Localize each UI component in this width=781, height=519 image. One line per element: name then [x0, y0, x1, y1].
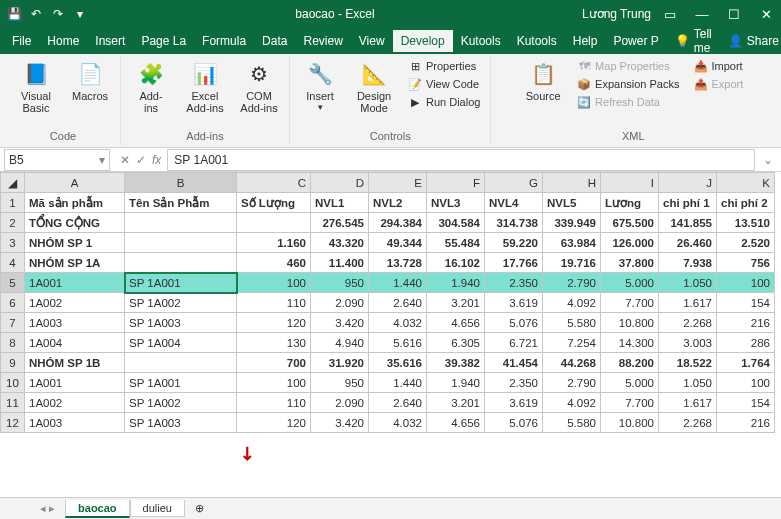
cell[interactable]: 294.384 [369, 213, 427, 233]
cell[interactable]: NHÓM SP 1A [25, 253, 125, 273]
cell[interactable]: 3.201 [427, 393, 485, 413]
cell[interactable]: 675.500 [601, 213, 659, 233]
cell[interactable]: 1.050 [659, 273, 717, 293]
cell[interactable]: 17.766 [485, 253, 543, 273]
cell[interactable]: 1A004 [25, 333, 125, 353]
row-header[interactable]: 8 [1, 333, 25, 353]
com-addins-button[interactable]: ⚙COM Add-ins [235, 58, 283, 116]
cell[interactable]: 110 [237, 393, 311, 413]
cell[interactable]: 141.855 [659, 213, 717, 233]
tell-me[interactable]: 💡Tell me [667, 23, 720, 59]
cell[interactable]: 1A002 [25, 293, 125, 313]
cell[interactable]: 2.520 [717, 233, 775, 253]
visual-basic-button[interactable]: 📘Visual Basic [12, 58, 60, 116]
cell[interactable]: 4.940 [311, 333, 369, 353]
maximize-icon[interactable]: ☐ [725, 7, 743, 22]
cell[interactable]: 5.000 [601, 373, 659, 393]
enter-icon[interactable]: ✓ [136, 153, 146, 167]
cell[interactable]: 4.656 [427, 413, 485, 433]
cell[interactable]: 154 [717, 293, 775, 313]
ribbon-options-icon[interactable]: ▭ [661, 7, 679, 22]
cell[interactable]: 14.300 [601, 333, 659, 353]
cell[interactable]: 26.460 [659, 233, 717, 253]
cell[interactable]: 39.382 [427, 353, 485, 373]
sheet-tab-active[interactable]: baocao [65, 500, 130, 518]
cell[interactable]: 3.420 [311, 413, 369, 433]
cell[interactable]: SP 1A003 [125, 413, 237, 433]
cell[interactable]: SP 1A001 [125, 373, 237, 393]
col-header[interactable]: H [543, 173, 601, 193]
expansion-packs-button[interactable]: 📦Expansion Packs [573, 76, 683, 92]
cell[interactable]: 6.305 [427, 333, 485, 353]
cell[interactable]: 216 [717, 313, 775, 333]
cell[interactable]: chi phí 2 [717, 193, 775, 213]
close-icon[interactable]: ✕ [757, 7, 775, 22]
cell[interactable]: 10.800 [601, 313, 659, 333]
cell[interactable]: Lương [601, 193, 659, 213]
redo-icon[interactable]: ↷ [50, 6, 66, 22]
cell[interactable]: 110 [237, 293, 311, 313]
expand-formula-icon[interactable]: ⌄ [755, 153, 781, 167]
cell[interactable]: 2.090 [311, 293, 369, 313]
cell[interactable]: 1.050 [659, 373, 717, 393]
cell[interactable]: 950 [311, 273, 369, 293]
col-header[interactable]: F [427, 173, 485, 193]
tab-insert[interactable]: Insert [87, 30, 133, 52]
cell[interactable]: 10.800 [601, 413, 659, 433]
tab-powerp[interactable]: Power P [605, 30, 666, 52]
cell[interactable]: 2.268 [659, 413, 717, 433]
cell[interactable]: 5.616 [369, 333, 427, 353]
import-button[interactable]: 📥Import [690, 58, 748, 74]
properties-button[interactable]: ⊞Properties [404, 58, 484, 74]
formula-input[interactable]: SP 1A001 [167, 149, 755, 171]
cell[interactable]: 120 [237, 413, 311, 433]
cell[interactable]: 1.940 [427, 373, 485, 393]
col-header[interactable]: B [125, 173, 237, 193]
cell[interactable]: 4.092 [543, 293, 601, 313]
cell[interactable]: 3.619 [485, 293, 543, 313]
cell[interactable]: 1.440 [369, 373, 427, 393]
cell[interactable]: 3.420 [311, 313, 369, 333]
cell[interactable]: NVL5 [543, 193, 601, 213]
col-header[interactable]: A [25, 173, 125, 193]
cell[interactable]: 2.790 [543, 273, 601, 293]
cell[interactable]: 100 [237, 273, 311, 293]
cell[interactable]: 1.764 [717, 353, 775, 373]
share-button[interactable]: 👤Share [720, 30, 781, 52]
user-name[interactable]: Lương Trung [582, 7, 651, 21]
design-mode-button[interactable]: 📐Design Mode [350, 58, 398, 116]
cell[interactable]: Tên Sản Phẫm [125, 193, 237, 213]
cell[interactable]: 5.076 [485, 413, 543, 433]
cell[interactable]: 2.640 [369, 393, 427, 413]
row-header[interactable]: 12 [1, 413, 25, 433]
cell[interactable]: SP 1A003 [125, 313, 237, 333]
cell[interactable]: NVL2 [369, 193, 427, 213]
tab-help[interactable]: Help [565, 30, 606, 52]
export-button[interactable]: 📤Export [690, 76, 748, 92]
cell[interactable]: 4.656 [427, 313, 485, 333]
cell[interactable]: NHÓM SP 1 [25, 233, 125, 253]
cell[interactable]: 1.440 [369, 273, 427, 293]
cell[interactable]: 7.700 [601, 393, 659, 413]
row-header[interactable]: 11 [1, 393, 25, 413]
macros-button[interactable]: 📄Macros [66, 58, 114, 104]
cell[interactable]: 13.728 [369, 253, 427, 273]
minimize-icon[interactable]: — [693, 7, 711, 22]
cell[interactable]: Mã sản phẫm [25, 193, 125, 213]
cell[interactable]: 7.700 [601, 293, 659, 313]
row-header[interactable]: 7 [1, 313, 25, 333]
cell[interactable]: 276.545 [311, 213, 369, 233]
worksheet[interactable]: ◢ A B C D E F G H I J K 1 Mã sản phẫm Tê… [0, 172, 781, 433]
cell[interactable]: 2.090 [311, 393, 369, 413]
row-header[interactable]: 6 [1, 293, 25, 313]
cell[interactable]: 120 [237, 313, 311, 333]
cell[interactable]: 286 [717, 333, 775, 353]
tab-data[interactable]: Data [254, 30, 295, 52]
col-header[interactable]: I [601, 173, 659, 193]
cell[interactable]: SP 1A002 [125, 393, 237, 413]
cell[interactable]: 950 [311, 373, 369, 393]
cell[interactable]: 18.522 [659, 353, 717, 373]
cell[interactable]: 5.580 [543, 313, 601, 333]
cell[interactable]: 4.032 [369, 413, 427, 433]
cell[interactable]: 13.510 [717, 213, 775, 233]
